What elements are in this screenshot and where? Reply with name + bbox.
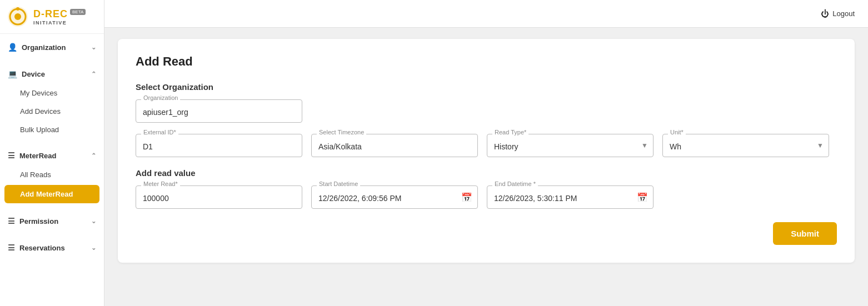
start-datetime-calendar-icon[interactable]: 📅 [461,192,472,203]
start-datetime-field: Start Datetime 📅 [311,185,478,209]
form-card: Add Read Select Organization Organizatio… [118,39,855,263]
organization-input[interactable] [136,99,302,123]
svg-point-2 [14,13,21,20]
submit-row: Submit [136,222,837,245]
person-icon: 👤 [8,43,17,52]
unit-select-wrapper: Wh kWh MWh ▼ [662,134,829,157]
org-row: Organization [136,99,837,123]
chevron-up-icon: ⌃ [91,71,96,78]
organization-field: Organization [136,99,302,123]
select-org-label: Select Organization [136,82,837,92]
timezone-label: Select Timezone [317,129,366,136]
org-field-label: Organization [141,94,180,101]
logout-label: Logout [832,9,855,18]
chevron-down-reservations-icon: ⌄ [91,244,96,252]
sidebar-item-device[interactable]: 💻 Device ⌃ [0,64,104,84]
read-type-select[interactable]: History Delta Cumulative [487,134,654,157]
sidebar-label-permission: Permission [19,217,58,225]
topbar: ⏻ Logout [104,0,868,28]
list-icon: ☰ [8,151,15,160]
sidebar-item-organization[interactable]: 👤 Organization ⌄ [0,37,104,57]
main-area: ⏻ Logout Add Read Select Organization Or… [104,0,868,306]
sidebar-item-all-reads[interactable]: All Reads [0,165,104,184]
add-read-value-label: Add read value [136,168,837,178]
nav-section-organization: 👤 Organization ⌄ [0,34,104,61]
logo-icon [7,6,29,28]
read-type-field: Read Type* History Delta Cumulative ▼ [487,134,654,157]
external-id-input[interactable] [136,134,302,157]
details-row: External ID* Select Timezone Read Type* … [136,134,837,157]
meter-read-label: Meter Read* [141,180,180,187]
unit-label: Unit* [668,129,686,136]
end-datetime-input[interactable] [487,185,654,209]
unit-select[interactable]: Wh kWh MWh [662,134,829,157]
submit-button[interactable]: Submit [773,222,837,245]
svg-point-3 [16,7,19,11]
sidebar-label-meterread: MeterRead [19,152,56,160]
sidebar: D-RECBETA INITIATIVE 👤 Organization ⌄ 💻 … [0,0,104,306]
unit-field: Unit* Wh kWh MWh ▼ [662,134,829,157]
permission-icon: ☰ [8,217,15,225]
nav-section-reservations: ☰ Reservations ⌄ [0,234,104,261]
sidebar-item-add-meterread[interactable]: Add MeterRead [4,185,99,203]
sidebar-item-add-devices[interactable]: Add Devices [0,102,104,121]
content-area: Add Read Select Organization Organizatio… [104,28,868,306]
start-datetime-input[interactable] [311,185,478,209]
logo-text: D-RECBETA INITIATIVE [33,8,86,26]
end-datetime-calendar-icon[interactable]: 📅 [637,192,648,203]
sidebar-item-meterread[interactable]: ☰ MeterRead ⌃ [0,146,104,165]
reservations-icon: ☰ [8,243,15,252]
logo-sub: INITIATIVE [33,20,86,26]
meter-read-input[interactable] [136,185,302,209]
read-value-row: Meter Read* Start Datetime 📅 End Datetim… [136,185,837,209]
timezone-input[interactable] [311,134,478,157]
nav-section-permission: ☰ Permission ⌄ [0,208,104,234]
sidebar-label-reservations: Reservations [19,244,65,252]
start-datetime-label: Start Datetime [317,180,360,187]
page-title: Add Read [136,54,837,69]
timezone-field: Select Timezone [311,134,478,157]
sidebar-label-organization: Organization [22,43,66,52]
read-type-select-wrapper: History Delta Cumulative ▼ [487,134,654,157]
logo-area: D-RECBETA INITIATIVE [0,0,104,34]
logout-button[interactable]: ⏻ Logout [821,9,855,18]
nav-section-meterread: ☰ MeterRead ⌃ All Reads Add MeterRead [0,142,104,208]
end-datetime-field: End Datetime * 📅 [487,185,654,209]
sidebar-item-permission[interactable]: ☰ Permission ⌄ [0,211,104,231]
monitor-icon: 💻 [8,69,17,78]
meter-read-field: Meter Read* [136,185,302,209]
chevron-up-meterread-icon: ⌃ [91,152,96,159]
end-datetime-label: End Datetime * [492,180,538,187]
nav-section-device: 💻 Device ⌃ My Devices Add Devices Bulk U… [0,61,104,142]
external-id-field: External ID* [136,134,302,157]
beta-badge: BETA [70,9,86,15]
sidebar-label-device: Device [22,70,45,78]
external-id-label: External ID* [141,129,178,136]
read-type-label: Read Type* [492,129,528,136]
logo-name: D-RECBETA [33,8,86,20]
chevron-down-permission-icon: ⌄ [91,218,96,225]
sidebar-item-reservations[interactable]: ☰ Reservations ⌄ [0,238,104,258]
sidebar-item-bulk-upload[interactable]: Bulk Upload [0,121,104,139]
add-read-section: Add read value Meter Read* Start Datetim… [136,168,837,209]
sidebar-item-my-devices[interactable]: My Devices [0,84,104,102]
power-icon: ⏻ [821,9,829,18]
chevron-down-icon: ⌄ [91,44,96,51]
